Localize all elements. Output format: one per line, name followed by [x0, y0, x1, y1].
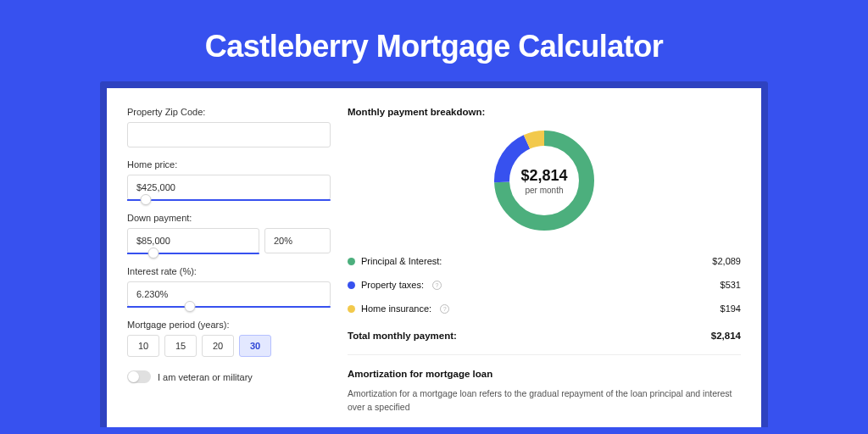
legend-swatch: [348, 305, 355, 313]
down-payment-slider[interactable]: [127, 253, 259, 254]
period-label: Mortgage period (years):: [127, 320, 331, 330]
period-option-20[interactable]: 20: [202, 335, 234, 357]
veteran-toggle[interactable]: [127, 370, 151, 383]
down-payment-slider-thumb[interactable]: [148, 248, 159, 259]
page-title: Castleberry Mortgage Calculator: [0, 0, 868, 81]
interest-slider[interactable]: [127, 306, 331, 308]
legend-row: Home insurance:?$194: [348, 297, 741, 320]
home-price-slider-thumb[interactable]: [140, 194, 151, 205]
home-price-field-group: Home price:: [127, 159, 331, 201]
amortization-title: Amortization for mortgage loan: [348, 369, 741, 379]
veteran-toggle-row: I am veteran or military: [127, 370, 331, 383]
breakdown-title: Monthly payment breakdown:: [348, 107, 741, 117]
down-payment-amount-input[interactable]: [127, 228, 259, 253]
zip-input[interactable]: [127, 122, 331, 147]
info-icon[interactable]: ?: [440, 304, 449, 314]
home-price-input[interactable]: [127, 175, 331, 200]
legend-row: Principal & Interest:$2,089: [348, 249, 741, 273]
home-price-slider[interactable]: [127, 199, 331, 201]
legend-left: Principal & Interest:: [348, 256, 442, 266]
interest-slider-thumb[interactable]: [185, 301, 196, 312]
period-option-10[interactable]: 10: [127, 335, 159, 357]
total-row: Total monthly payment: $2,814: [348, 322, 741, 353]
interest-label: Interest rate (%):: [127, 266, 331, 276]
veteran-toggle-knob: [128, 371, 139, 382]
total-value: $2,814: [711, 331, 741, 341]
donut-chart: $2,814 per month: [491, 127, 598, 234]
veteran-label: I am veteran or military: [158, 372, 253, 382]
period-option-15[interactable]: 15: [164, 335, 197, 357]
card-shadow: Property Zip Code: Home price: Down paym…: [100, 81, 768, 427]
form-panel: Property Zip Code: Home price: Down paym…: [127, 107, 331, 427]
divider: [348, 354, 741, 355]
donut-center: $2,814 per month: [491, 127, 598, 234]
breakdown-panel: Monthly payment breakdown: $2,814 per mo…: [348, 107, 741, 427]
legend-swatch: [348, 258, 355, 265]
calculator-card: Property Zip Code: Home price: Down paym…: [107, 88, 761, 427]
donut-amount: $2,814: [520, 167, 567, 185]
total-label: Total monthly payment:: [348, 331, 457, 341]
legend-label: Principal & Interest:: [361, 256, 442, 266]
interest-field-group: Interest rate (%):: [127, 266, 331, 308]
legend-row: Property taxes:?$531: [348, 273, 741, 297]
home-price-label: Home price:: [127, 159, 331, 170]
amortization-text: Amortization for a mortgage loan refers …: [348, 387, 741, 415]
legend-swatch: [348, 281, 355, 289]
interest-input[interactable]: [127, 281, 331, 307]
legend-value: $2,089: [712, 256, 741, 266]
legend-value: $194: [721, 303, 741, 314]
zip-label: Property Zip Code:: [127, 107, 331, 117]
donut-sub: per month: [525, 186, 563, 195]
legend-label: Property taxes:: [361, 280, 424, 290]
legend-value: $531: [721, 280, 741, 290]
legend-label: Home insurance:: [361, 303, 431, 314]
period-option-30[interactable]: 30: [239, 335, 271, 357]
legend-left: Property taxes:?: [348, 280, 442, 290]
legend-left: Home insurance:?: [348, 303, 449, 314]
period-field-group: Mortgage period (years): 10152030: [127, 320, 331, 357]
zip-field-group: Property Zip Code:: [127, 107, 331, 147]
down-payment-percent-input[interactable]: [264, 228, 331, 253]
info-icon[interactable]: ?: [432, 281, 442, 290]
donut-chart-wrap: $2,814 per month: [348, 127, 741, 234]
down-payment-label: Down payment:: [127, 213, 331, 223]
down-payment-field-group: Down payment:: [127, 213, 331, 254]
